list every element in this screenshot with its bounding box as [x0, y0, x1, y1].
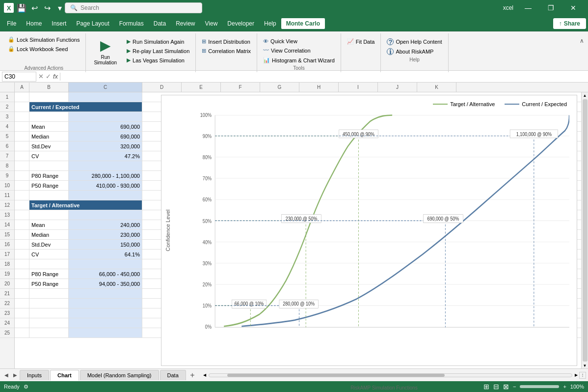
chart-container[interactable]: Target / Alternative Current / Expected … — [161, 95, 577, 366]
menu-developer[interactable]: Developer — [222, 18, 259, 29]
cell-a18[interactable] — [15, 259, 29, 269]
menu-insert[interactable]: Insert — [47, 18, 71, 29]
cell-a23[interactable] — [15, 308, 29, 318]
col-header-d[interactable]: D — [142, 83, 182, 92]
cell-b8[interactable] — [29, 161, 69, 171]
search-bar[interactable]: 🔍 — [65, 2, 202, 13]
menu-page-layout[interactable]: Page Layout — [71, 18, 114, 29]
menu-formulas[interactable]: Formulas — [114, 18, 149, 29]
cell-b6[interactable]: Std.Dev — [29, 141, 69, 151]
cell-c22[interactable] — [69, 299, 142, 308]
settings-status-icon[interactable]: ⚙ — [24, 384, 28, 390]
formula-fx-icon[interactable]: fx — [53, 73, 58, 80]
open-help-btn[interactable]: ? Open Help Content — [385, 37, 444, 46]
cell-c16[interactable]: 150,000 — [69, 240, 142, 250]
save-icon[interactable]: 💾 — [17, 3, 27, 13]
cell-b11[interactable] — [29, 191, 69, 200]
cell-a13[interactable] — [15, 210, 29, 220]
cell-b25[interactable] — [29, 328, 69, 338]
cell-c3[interactable] — [69, 112, 142, 122]
menu-data[interactable]: Data — [149, 18, 171, 29]
undo-icon[interactable]: ↩ — [29, 3, 39, 13]
customize-icon[interactable]: ▾ — [55, 3, 65, 13]
cell-reference-input[interactable] — [2, 72, 36, 82]
cell-a1[interactable] — [15, 92, 29, 102]
cell-b10[interactable]: P50 Range — [29, 181, 69, 191]
about-riskamp-btn[interactable]: ℹ About RiskAMP — [385, 47, 444, 56]
minimize-button[interactable]: — — [517, 0, 539, 16]
fit-data-btn[interactable]: 📈 Fit Data — [345, 37, 377, 46]
cell-b14[interactable]: Mean — [29, 220, 69, 230]
cell-c18[interactable] — [69, 259, 142, 269]
vertical-scrollbar[interactable]: ▲ ▼ — [581, 92, 588, 368]
col-header-b[interactable]: B — [29, 83, 69, 92]
cell-b22[interactable] — [29, 299, 69, 308]
cell-a3[interactable] — [15, 112, 29, 122]
cell-a4[interactable] — [15, 122, 29, 132]
cell-a10[interactable] — [15, 181, 29, 191]
col-header-c[interactable]: C — [69, 83, 142, 92]
cell-b9[interactable]: P80 Range — [29, 171, 69, 181]
view-correlation-btn[interactable]: 〰 View Correlation — [261, 46, 337, 55]
cell-b23[interactable] — [29, 308, 69, 318]
tab-chart[interactable]: Chart — [50, 370, 79, 381]
scroll-thumb[interactable] — [583, 99, 588, 362]
col-header-i[interactable]: I — [339, 83, 378, 92]
menu-home[interactable]: Home — [21, 18, 47, 29]
h-scroll-right-btn[interactable]: ▶ — [573, 372, 579, 378]
cell-b20[interactable]: P50 Range — [29, 279, 69, 289]
cell-a7[interactable] — [15, 151, 29, 161]
cell-c20[interactable]: 94,000 - 350,000 — [69, 279, 142, 289]
sheet-options-btn[interactable]: ⋮ — [579, 372, 586, 379]
cell-b13[interactable] — [29, 210, 69, 220]
tab-inputs[interactable]: Inputs — [20, 370, 49, 380]
cell-b15[interactable]: Median — [29, 230, 69, 240]
col-header-k[interactable]: K — [417, 83, 456, 92]
cell-c11[interactable] — [69, 191, 142, 200]
table1-header[interactable]: Current / Expected — [29, 102, 142, 112]
lock-simulation-btn[interactable]: 🔒 Lock Simulation Functions — [6, 35, 81, 44]
cell-a8[interactable] — [15, 161, 29, 171]
h-scroll-thumb[interactable] — [227, 374, 445, 377]
las-vegas-btn[interactable]: ▶ Las Vegas Simulation — [125, 56, 191, 64]
cell-a16[interactable] — [15, 240, 29, 250]
cell-b3[interactable] — [29, 112, 69, 122]
menu-review[interactable]: Review — [171, 18, 200, 29]
menu-file[interactable]: File — [2, 18, 21, 29]
cell-b24[interactable] — [29, 318, 69, 328]
histogram-btn[interactable]: 📊 Histogram & Chart Wizard — [261, 56, 337, 64]
menu-help[interactable]: Help — [259, 18, 281, 29]
cell-a2[interactable] — [15, 102, 29, 112]
cell-b7[interactable]: CV — [29, 151, 69, 161]
cell-c17[interactable]: 64.1% — [69, 250, 142, 259]
cell-a22[interactable] — [15, 299, 29, 308]
cell-a5[interactable] — [15, 132, 29, 141]
cell-c10[interactable]: 410,000 - 930,000 — [69, 181, 142, 191]
tab-add-btn[interactable]: + — [187, 370, 198, 381]
scroll-down-btn[interactable]: ▼ — [582, 363, 588, 368]
cell-c24[interactable] — [69, 318, 142, 328]
quick-view-btn[interactable]: 👁 Quick View — [261, 37, 337, 45]
cell-a11[interactable] — [15, 191, 29, 200]
menu-view[interactable]: View — [200, 18, 223, 29]
search-input[interactable] — [80, 4, 179, 11]
cell-c7[interactable]: 47.2% — [69, 151, 142, 161]
tab-data[interactable]: Data — [160, 370, 186, 380]
cell-a15[interactable] — [15, 230, 29, 240]
cell-c19[interactable]: 66,000 - 450,000 — [69, 269, 142, 279]
cell-b5[interactable]: Median — [29, 132, 69, 141]
cell-c14[interactable]: 240,000 — [69, 220, 142, 230]
cell-c13[interactable] — [69, 210, 142, 220]
cell-a6[interactable] — [15, 141, 29, 151]
cell-b1[interactable] — [29, 92, 69, 102]
zoom-slider-track[interactable] — [520, 385, 559, 388]
tab-next-btn[interactable]: ▶ — [11, 371, 20, 380]
menu-monte-carlo[interactable]: Monte Carlo — [281, 18, 325, 29]
cell-a12[interactable] — [15, 200, 29, 210]
scroll-up-btn[interactable]: ▲ — [582, 92, 588, 98]
cell-a17[interactable] — [15, 250, 29, 259]
maximize-button[interactable]: ❐ — [540, 0, 561, 16]
cell-a25[interactable] — [15, 328, 29, 338]
zoom-thumb[interactable] — [520, 385, 559, 388]
replay-btn[interactable]: ▶ Re-play Last Simulation — [125, 47, 191, 55]
